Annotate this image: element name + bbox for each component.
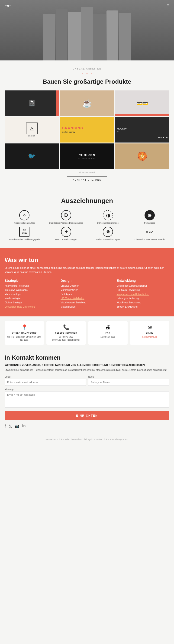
works-section: UNSERE ARBEITEN 〰〰〰 Bauen Sie großartige…: [0, 60, 174, 190]
award-label-3: Dänische Designpreise: [97, 222, 119, 224]
award-item-2: D Das Dotline Package Design Awards: [46, 210, 86, 224]
award-icon-8: Å LIA: [146, 227, 153, 237]
card-label-office: UNSER HAUPTBÜRO: [12, 332, 37, 334]
service-item: Creative Direction: [61, 284, 113, 288]
what-we-do-section: Was wir tun Lorem ipsum dolor sit amet, …: [0, 248, 174, 316]
portfolio-item-1[interactable]: 📓: [5, 90, 59, 116]
email-input[interactable]: [5, 379, 86, 386]
ui-ux-link[interactable]: UI/UX- und Webdesign: [61, 297, 113, 300]
logo: logo: [5, 4, 10, 7]
service-item: Visuelle Asset-Erstellung: [61, 301, 113, 304]
award-item-5: GDUSA Amerikanischer Grafikdesignpreis: [5, 227, 44, 241]
award-label-2: Das Dotline Package Design Awards: [49, 222, 83, 224]
name-label: Name: [88, 376, 169, 378]
person-4: [81, 7, 93, 60]
portfolio-item-3[interactable]: 💳💳: [115, 90, 169, 116]
navbar: logo ≡: [0, 0, 174, 10]
contact-card-phone: 📞 TELEFONNUMMER 234-9876-5400888-0123-45…: [46, 321, 86, 344]
award-label-4: Pentawards: [144, 222, 155, 224]
person-1: [43, 14, 55, 60]
hamburger-menu-icon[interactable]: ≡: [167, 3, 169, 8]
form-title: In Kontakt kommen: [5, 354, 169, 361]
what-title: Was wir tun: [5, 256, 169, 264]
contact-card-office: 📍 UNSER HAUPTBÜRO SoHo 94 Broadway Stree…: [5, 321, 44, 344]
service-title-entwicklung: Entwicklung: [117, 279, 169, 282]
award-item-7: ⊗ Red Dot-Auszeichnungen: [88, 227, 128, 241]
email-icon: ✉: [148, 324, 152, 330]
hero-section: logo ≡: [0, 0, 174, 60]
portfolio-grid: 📓 ☕ 💳💳 △ DESIGN BRANDING design agency: [5, 90, 169, 169]
award-item-4: ◉ Pentawards: [130, 210, 169, 224]
fax-icon: 🖨: [105, 324, 110, 330]
award-label-1: Preis des Kreativvitats: [14, 222, 34, 224]
contact-card-email: ✉ EMAIL hello@home.co: [130, 321, 169, 344]
what-link[interactable]: ut labore e: [106, 266, 118, 269]
name-input[interactable]: [88, 379, 169, 386]
award-icon-5: GDUSA: [19, 227, 29, 237]
conversion-rate-link[interactable]: Conversion-Rate Optimierung: [5, 305, 57, 308]
message-label: Message: [5, 388, 169, 390]
card-value-phone: 234-9876-5400888-0123-4567 (gebührenfrei…: [52, 336, 80, 341]
contact-cards-section: 📍 UNSER HAUPTBÜRO SoHo 94 Broadway Stree…: [0, 316, 174, 349]
integration-link[interactable]: Integrationen von Drittanbietern: [117, 293, 169, 296]
contact-us-button[interactable]: KONTAKTIERE UNS: [67, 176, 107, 183]
twitter-icon[interactable]: 𝕏: [8, 424, 12, 429]
service-item: Markenrichtlinien: [61, 288, 113, 292]
services-grid: Strategie Analytik und Forschung Interac…: [5, 279, 169, 310]
person-6: [107, 10, 118, 60]
card-value-email[interactable]: hello@home.co: [143, 336, 157, 338]
squiggle-decoration: 〰〰〰: [5, 71, 169, 76]
form-section: In Kontakt kommen WIR KÖNNEN ZUVERLÄSSIG…: [0, 350, 174, 436]
footer: Sample text. Click to select the text bo…: [0, 436, 174, 443]
message-input[interactable]: [5, 391, 169, 408]
submit-button[interactable]: EINRICHTEN: [5, 411, 169, 420]
form-text: Etiam sit amet convallis est — class apt…: [5, 368, 169, 372]
portfolio-item-5[interactable]: BRANDING design agency: [60, 117, 114, 142]
award-icon-2: D: [61, 210, 71, 220]
phone-icon: 📞: [63, 324, 69, 330]
award-item-6: ✦ D&AD Auszeichnungen: [46, 227, 86, 241]
person-3: [68, 12, 81, 60]
award-icon-4: ◉: [145, 210, 155, 220]
award-icon-1: ○: [19, 210, 29, 220]
form-subtitle: WIR KÖNNEN ZUVERLÄSSIG, NIEDRIGE TARIFE …: [5, 364, 169, 366]
award-label-5: Amerikanischer Grafikdesignpreis: [9, 238, 40, 241]
award-label-8: Die London International Awards: [135, 238, 165, 241]
portfolio-item-9[interactable]: 🏵️: [115, 144, 169, 169]
portfolio-item-6[interactable]: MOCKUP 02 MOCKUP: [115, 117, 169, 142]
service-item: Inhaltsstrategie: [5, 297, 57, 300]
award-item-3: ◑ Dänische Designpreise: [88, 210, 128, 224]
card-label-email: EMAIL: [146, 332, 154, 334]
service-item: Full-Stack Entwicklung: [117, 288, 169, 292]
contact-cards-grid: 📍 UNSER HAUPTBÜRO SoHo 94 Broadway Stree…: [5, 321, 169, 344]
footer-text: Sample text. Click to select the text bo…: [5, 438, 169, 440]
service-col-entwicklung: Entwicklung Design der Systemarchitektur…: [117, 279, 169, 310]
award-icon-7: ⊗: [103, 227, 113, 237]
service-item: Markenstrategie: [5, 293, 57, 296]
service-item: Motion Design: [61, 305, 113, 308]
service-item: Interactive Workshops: [5, 288, 57, 292]
card-label-fax: FAX: [106, 332, 110, 334]
portfolio-item-8[interactable]: CUBIKEN KITCHEN DESIGN: [60, 144, 114, 169]
instagram-icon[interactable]: 📷: [15, 424, 19, 429]
facebook-icon[interactable]: f: [5, 424, 6, 429]
person-7: [119, 13, 131, 60]
award-label-6: D&AD Auszeichnungen: [55, 238, 77, 241]
award-item-8: Å LIA Die London International Awards: [130, 227, 169, 241]
service-item: Design der Systemarchitektur: [117, 284, 169, 288]
card-label-phone: TELEFONNUMMER: [55, 332, 77, 334]
service-item: Analytik und Forschung: [5, 284, 57, 288]
portfolio-item-7[interactable]: 🐦: [5, 144, 59, 169]
service-title-strategie: Strategie: [5, 279, 57, 282]
service-item: Digitale Strategie: [5, 301, 57, 304]
linkedin-icon[interactable]: in: [22, 424, 25, 429]
portfolio-item-2[interactable]: ☕: [60, 90, 114, 116]
freepik-credit: Bilder von Freepik: [5, 171, 169, 174]
awards-title: Auszeichnungen: [5, 197, 169, 204]
card-value-office: SoHo 94 Broadway Street New York, NY 100…: [7, 336, 42, 341]
works-title: Bauen Sie großartige Produkte: [5, 78, 169, 86]
service-item: Leistungsoptimierung: [117, 297, 169, 300]
award-label-7: Red Dot-Auszeichnungen: [96, 238, 120, 241]
portfolio-item-4[interactable]: △ DESIGN: [5, 117, 59, 142]
person-5: [93, 14, 106, 60]
